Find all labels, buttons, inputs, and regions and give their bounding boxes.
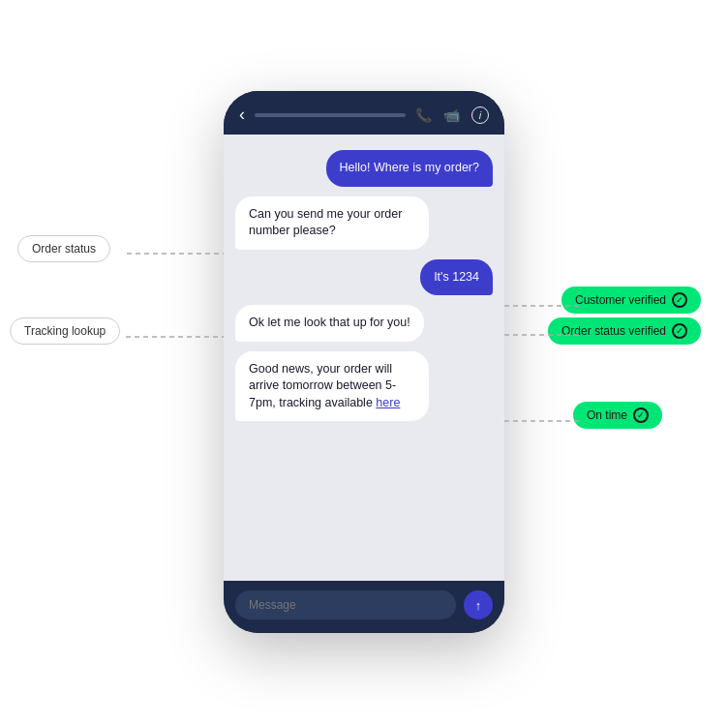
back-button[interactable]: ‹	[239, 105, 245, 125]
info-icon[interactable]: i	[471, 106, 489, 124]
message-input[interactable]	[235, 590, 456, 619]
message-3: It's 1234	[420, 259, 493, 296]
send-button[interactable]: ↑	[464, 590, 493, 619]
order-status-label: Order status	[17, 235, 110, 262]
on-time-label: On time ✓	[573, 402, 662, 429]
input-area: ↑	[224, 581, 504, 633]
contact-name-bar	[255, 113, 406, 117]
video-icon[interactable]: 📹	[443, 107, 460, 123]
message-5: Good news, your order will arrive tomorr…	[235, 351, 429, 422]
check-icon-on-time: ✓	[633, 407, 649, 423]
check-icon-customer: ✓	[672, 292, 687, 308]
chat-area: Hello! Where is my order? Can you send m…	[224, 135, 504, 581]
tracking-link[interactable]: here	[376, 396, 400, 409]
header-icons: 📞 📹 i	[415, 106, 489, 124]
customer-verified-label: Customer verified ✓	[561, 287, 701, 314]
message-1: Hello! Where is my order?	[326, 150, 494, 187]
send-icon: ↑	[475, 598, 482, 613]
message-2: Can you send me your order number please…	[235, 196, 429, 250]
message-4: Ok let me look that up for you!	[235, 305, 424, 342]
scene: ‹ 📞 📹 i Hello! Where is my order? Can yo…	[0, 0, 728, 724]
phone-header: ‹ 📞 📹 i	[224, 91, 504, 135]
check-icon-order-status: ✓	[672, 323, 687, 339]
tracking-lookup-label: Tracking lookup	[10, 317, 120, 345]
phone-shell: ‹ 📞 📹 i Hello! Where is my order? Can yo…	[224, 91, 504, 633]
phone-icon[interactable]: 📞	[415, 107, 432, 123]
order-status-verified-label: Order status verified ✓	[548, 317, 701, 345]
